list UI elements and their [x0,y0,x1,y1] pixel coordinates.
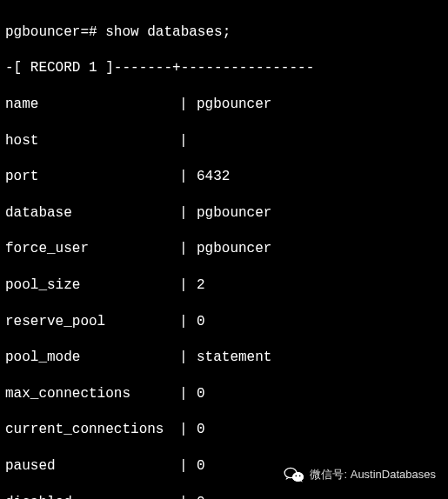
svg-point-5 [288,471,290,473]
field-label: pool_size [5,276,179,295]
table-row: reserve_pool|0 [5,313,443,331]
watermark-colon: : [344,468,347,481]
field-label: port [5,168,179,186]
table-row: name|pgbouncer [5,96,443,114]
record-separator-text: -[ RECORD 1 ]-------+---------------- [5,59,314,77]
column-separator: | [179,96,197,114]
watermark-label: 微信号 [310,468,344,481]
table-row: pool_mode|statement [5,349,443,367]
table-row: port|6432 [5,168,443,186]
field-label: disabled [5,494,179,499]
table-row: disabled|0 [5,494,443,499]
field-label: database [5,204,179,223]
column-separator: | [179,240,197,258]
svg-point-4 [292,472,304,482]
prompt-text: pgbouncer=# show databases; [5,23,231,42]
field-label: force_user [5,240,179,258]
table-row: database|pgbouncer [5,204,443,223]
sql-prompt: pgbouncer=# show databases; [5,23,443,42]
field-label: host [5,132,179,150]
column-separator: | [179,168,197,186]
field-label: pool_mode [5,349,179,367]
column-separator: | [179,276,197,295]
table-row: force_user|pgbouncer [5,240,443,258]
wechat-icon [284,466,304,483]
field-label: paused [5,457,179,476]
field-label: reserve_pool [5,313,179,331]
table-row: pool_size|2 [5,276,443,295]
field-value: 2 [197,276,205,295]
field-label: current_connections [5,421,179,439]
field-value: statement [197,349,271,367]
column-separator: | [179,494,197,499]
table-row: current_connections|0 [5,421,443,439]
field-value: 0 [197,494,205,499]
field-value: 0 [197,385,205,403]
terminal-output: pgbouncer=# show databases; -[ RECORD 1 … [5,5,443,499]
watermark-value: AustinDatabases [351,468,436,481]
column-separator: | [179,313,197,331]
field-value: pgbouncer [197,204,271,223]
column-separator: | [179,457,197,476]
field-value: pgbouncer [197,96,271,114]
column-separator: | [179,421,197,439]
column-separator: | [179,349,197,367]
column-separator: | [179,385,197,403]
column-separator: | [179,132,197,150]
field-value: pgbouncer [197,240,271,258]
field-value: 0 [197,421,205,439]
table-row: host| [5,132,443,150]
field-value: 0 [197,457,205,476]
field-value: 0 [197,313,205,331]
field-label: max_connections [5,385,179,403]
field-label: name [5,96,179,114]
field-value: 6432 [197,168,230,186]
watermark-text: 微信号: AustinDatabases [310,468,436,482]
svg-point-6 [292,471,294,473]
record-1-header: -[ RECORD 1 ]-------+---------------- [5,59,443,77]
svg-point-8 [299,475,301,476]
svg-point-7 [296,475,298,476]
watermark: 微信号: AustinDatabases [284,466,436,483]
table-row: max_connections|0 [5,385,443,403]
column-separator: | [179,204,197,223]
